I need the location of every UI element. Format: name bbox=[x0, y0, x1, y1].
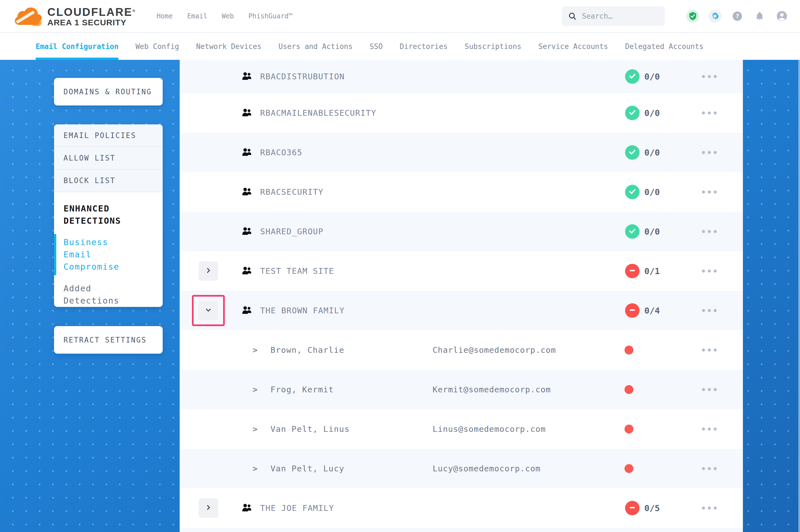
member-count: 0/0 bbox=[644, 227, 660, 236]
member-email: Kermit@somedemocorp.com bbox=[433, 385, 551, 394]
nav-item-home[interactable]: Home bbox=[157, 12, 173, 20]
brand-name: CLOUDFLARE® bbox=[47, 5, 136, 18]
sidebar-item-retract-settings[interactable]: RETRACT SETTINGS bbox=[54, 326, 163, 354]
member-count: 0/0 bbox=[644, 108, 660, 118]
minus-icon bbox=[629, 306, 636, 315]
expand-group-button[interactable] bbox=[199, 498, 218, 518]
check-icon bbox=[628, 227, 636, 236]
expand-group-button[interactable] bbox=[199, 261, 218, 281]
collapse-group-button[interactable] bbox=[199, 301, 218, 320]
ellipsis-menu-icon[interactable] bbox=[702, 388, 717, 391]
scrollbar[interactable] bbox=[798, 60, 800, 532]
member-count: 0/0 bbox=[644, 72, 660, 81]
cloudflare-cloud-icon bbox=[13, 6, 43, 26]
sidebar-item-allow-list[interactable]: ALLOW LIST bbox=[54, 147, 163, 169]
group-name: SHARED_GROUP bbox=[260, 227, 324, 236]
cloudflare-logo[interactable]: CLOUDFLARE® AREA 1 SECURITY bbox=[13, 5, 136, 27]
account-icon[interactable] bbox=[776, 10, 788, 22]
group-icon bbox=[242, 108, 252, 118]
member-row: >Frog, KermitKermit@somedemocorp.com bbox=[180, 370, 743, 409]
check-icon bbox=[628, 187, 636, 197]
config-tabs: Email ConfigurationWeb ConfigNetwork Dev… bbox=[0, 33, 800, 60]
status-red-dot bbox=[624, 385, 633, 394]
group-row: THE JOE FAMILY0/5 bbox=[180, 488, 743, 528]
member-row: >Van Pelt, LinusLinus@somedemocorp.com bbox=[180, 409, 743, 449]
bell-icon[interactable] bbox=[753, 10, 766, 22]
status-check-badge bbox=[625, 106, 639, 120]
sidebar-item-added-detections[interactable]: Added Detections bbox=[63, 282, 142, 307]
ellipsis-menu-icon[interactable] bbox=[702, 349, 717, 352]
tab-subscriptions[interactable]: Subscriptions bbox=[465, 33, 522, 60]
member-email: Lucy@somedemocorp.com bbox=[433, 464, 541, 473]
ellipsis-menu-icon[interactable] bbox=[702, 112, 717, 115]
shield-check-icon[interactable] bbox=[686, 10, 699, 22]
status-check-badge bbox=[625, 185, 639, 199]
status-red-dot bbox=[624, 346, 633, 355]
sidebar-item-block-list[interactable]: BLOCK LIST bbox=[54, 170, 163, 192]
group-row: THE BROWN FAMILY0/4 bbox=[180, 291, 743, 330]
table-filler-row bbox=[180, 528, 743, 532]
member-count: 0/1 bbox=[644, 266, 660, 276]
ellipsis-menu-icon[interactable] bbox=[702, 151, 717, 154]
sidebar-item-business-email-compromise[interactable]: Business Email Compromise bbox=[63, 236, 142, 273]
tab-users-and-actions[interactable]: Users and Actions bbox=[278, 33, 353, 60]
tab-delegated-accounts[interactable]: Delegated Accounts bbox=[625, 33, 704, 60]
chevron-right-icon bbox=[205, 504, 212, 512]
group-icon bbox=[242, 266, 252, 276]
member-count: 0/0 bbox=[644, 187, 660, 197]
app-window: CLOUDFLARE® AREA 1 SECURITY HomeEmailWeb… bbox=[0, 0, 800, 532]
ellipsis-menu-icon[interactable] bbox=[702, 270, 717, 273]
member-name: Van Pelt, Linus bbox=[271, 424, 350, 434]
nav-item-email[interactable]: Email bbox=[187, 12, 207, 20]
status-minus-badge bbox=[625, 501, 639, 515]
member-email: Linus@somedemocorp.com bbox=[433, 424, 546, 434]
header-actions: ? bbox=[562, 6, 788, 26]
status-red-dot bbox=[624, 464, 633, 473]
member-chevron-icon[interactable]: > bbox=[253, 424, 257, 434]
chevron-right-icon bbox=[205, 267, 212, 275]
search-icon bbox=[568, 12, 577, 21]
status-minus-badge bbox=[625, 264, 639, 278]
group-table: RBACDISTRUBUTION0/0RBACMAILENABLESECURIT… bbox=[180, 60, 743, 532]
group-name: RBACO365 bbox=[260, 148, 303, 157]
sidebar-item-email-policies[interactable]: EMAIL POLICIES bbox=[54, 125, 163, 147]
status-red-dot bbox=[624, 424, 633, 434]
tab-service-accounts[interactable]: Service Accounts bbox=[539, 33, 608, 60]
ellipsis-menu-icon[interactable] bbox=[702, 507, 717, 510]
tab-web-config[interactable]: Web Config bbox=[135, 33, 179, 60]
gear-icon[interactable] bbox=[709, 10, 722, 22]
group-icon bbox=[242, 504, 252, 513]
tab-network-devices[interactable]: Network Devices bbox=[196, 33, 261, 60]
member-row: >Van Pelt, LucyLucy@somedemocorp.com bbox=[180, 449, 743, 488]
ellipsis-menu-icon[interactable] bbox=[702, 230, 717, 233]
nav-item-phishguard[interactable]: PhishGuard™ bbox=[249, 12, 293, 20]
group-row: TEST TEAM SITE0/1 bbox=[180, 251, 743, 291]
minus-icon bbox=[629, 504, 636, 513]
search-input[interactable] bbox=[582, 12, 654, 20]
group-name: THE JOE FAMILY bbox=[260, 504, 334, 513]
svg-text:?: ? bbox=[735, 13, 739, 20]
member-chevron-icon[interactable]: > bbox=[253, 345, 257, 355]
group-name: RBACDISTRUBUTION bbox=[260, 72, 345, 81]
help-icon[interactable]: ? bbox=[731, 10, 744, 22]
check-icon bbox=[628, 108, 636, 118]
member-name: Van Pelt, Lucy bbox=[271, 464, 344, 473]
ellipsis-menu-icon[interactable] bbox=[702, 467, 717, 470]
ellipsis-menu-icon[interactable] bbox=[702, 428, 717, 431]
chevron-down-icon bbox=[205, 307, 212, 315]
member-chevron-icon[interactable]: > bbox=[253, 385, 257, 394]
nav-item-web[interactable]: Web bbox=[222, 12, 234, 20]
search-box[interactable] bbox=[562, 6, 665, 26]
ellipsis-menu-icon[interactable] bbox=[702, 191, 717, 194]
member-row: >Brown, CharlieCharlie@somedemocorp.com bbox=[180, 330, 743, 370]
ellipsis-menu-icon[interactable] bbox=[702, 75, 717, 78]
member-chevron-icon[interactable]: > bbox=[253, 464, 257, 473]
tab-directories[interactable]: Directories bbox=[400, 33, 448, 60]
ellipsis-menu-icon[interactable] bbox=[702, 309, 717, 312]
group-icon bbox=[242, 148, 252, 157]
tab-email-configuration[interactable]: Email Configuration bbox=[36, 33, 119, 60]
group-row: RBACDISTRUBUTION0/0 bbox=[180, 60, 743, 93]
sidebar-item-domains-routing[interactable]: DOMAINS & ROUTING bbox=[54, 78, 163, 106]
tab-sso[interactable]: SSO bbox=[370, 33, 383, 60]
member-name: Brown, Charlie bbox=[271, 345, 344, 355]
